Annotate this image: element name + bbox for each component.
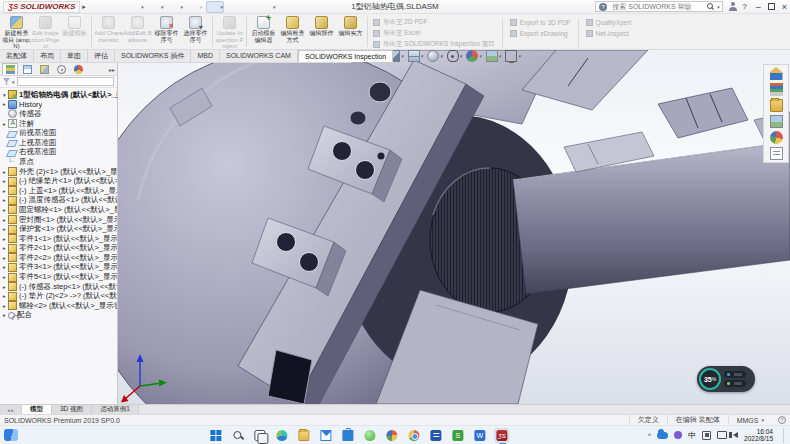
tree-item[interactable]: ▸ 配合 (1, 311, 117, 321)
file-explorer-icon[interactable] (770, 99, 783, 112)
expand-arrow-icon[interactable]: ▸ (1, 245, 8, 251)
expand-arrow-icon[interactable]: ▸ (1, 264, 8, 270)
expand-arrow-icon[interactable]: ▸ (1, 169, 8, 175)
command-tab[interactable]: 草图 (61, 50, 88, 62)
tree-item[interactable]: ▸ (-) 垫片 (2)<2> ->? (默认<<默认>_显 (1, 291, 117, 301)
filter-caret-icon[interactable]: ▾ (12, 79, 15, 85)
expand-arrow-icon[interactable]: ▸ (1, 255, 8, 261)
solidworks-logo[interactable]: ƷS SOLIDWORKS (3, 1, 80, 13)
export-button[interactable]: 导出至 SOLIDWORKS Inspection 项目 (373, 39, 495, 49)
search-input[interactable] (610, 2, 703, 11)
tree-item[interactable]: 前视基准面 (1, 128, 117, 138)
expand-arrow-icon[interactable]: ▸ (1, 284, 8, 290)
dropdown-caret-icon[interactable]: ▾ (421, 53, 424, 59)
expand-arrow-icon[interactable]: ▸ (1, 303, 8, 309)
search-icon[interactable] (230, 428, 245, 443)
select-icon[interactable]: ▾ (206, 1, 225, 13)
expand-arrow-icon[interactable]: ▸ (1, 188, 8, 194)
tab-feature-tree[interactable] (2, 63, 18, 75)
tab-scroll-icon[interactable]: ▸▸ (109, 66, 117, 73)
taskbar-clock[interactable]: 16:04 2022/8/15 (744, 428, 773, 443)
expand-arrow-icon[interactable]: ▸ (1, 274, 8, 280)
save-icon[interactable]: ▾ (147, 1, 164, 13)
command-tab[interactable]: SOLIDWORKS 插件 (115, 50, 191, 62)
tree-item[interactable]: ▸ 零件1<1> (默认<<默认>_显示状态 (1, 234, 117, 244)
tree-item[interactable]: ▸ 零件2<1> (默认<<默认>_显示状态 (1, 244, 117, 254)
help-search-box[interactable]: ? ▾ (595, 1, 723, 12)
wps-writer-icon[interactable] (472, 428, 487, 443)
appearances-icon[interactable] (770, 131, 783, 144)
tab-scroll-buttons[interactable]: ◂ ▸ (0, 405, 22, 414)
tab-display-manager[interactable] (70, 63, 86, 75)
command-tab[interactable]: SOLIDWORKS Inspection (298, 50, 393, 62)
tree-item[interactable]: ▸ 外壳 (2)<1> (默认<<默认>_显示状态 (1, 167, 117, 177)
tree-item[interactable]: ▸ (-) 温度传感器<1> (默认<<默认>_显示 (1, 196, 117, 206)
view-palette-icon[interactable] (770, 115, 783, 128)
expand-arrow-icon[interactable]: ▸ (1, 121, 8, 127)
expand-arrow-icon[interactable]: ▸ (1, 197, 8, 203)
task-view-icon[interactable] (252, 428, 267, 443)
rebuild-icon[interactable] (227, 1, 240, 13)
design-library-icon[interactable] (770, 83, 783, 96)
block-hole[interactable] (277, 233, 296, 252)
help-icon[interactable]: ? (742, 2, 746, 11)
tree-item[interactable]: 原点 (1, 157, 117, 167)
search-caret-icon[interactable]: ▾ (717, 4, 720, 10)
ribbon-button[interactable]: 启动模板编辑器 (249, 15, 278, 49)
hide-show-icon[interactable]: ▾ (447, 50, 463, 62)
export-button[interactable]: Net-Inspect (586, 28, 632, 38)
expand-arrow-icon[interactable]: ▸ (1, 101, 8, 107)
dropdown-caret-icon[interactable]: ▾ (180, 4, 183, 10)
tab-configurations[interactable] (36, 63, 52, 75)
3d-model[interactable] (118, 50, 790, 404)
tree-item[interactable]: ▸ (-) 绝缘垫片<1> (默认<<默认>_显示状 (1, 176, 117, 186)
display-style-icon[interactable]: ▾ (427, 50, 443, 62)
tree-item[interactable]: ▸ 零件2<2> (默认<<默认>_显示状态 (1, 253, 117, 263)
tree-item[interactable]: ▸ History (1, 100, 117, 110)
dropdown-caret-icon[interactable]: ▾ (518, 53, 521, 59)
widgets-icon[interactable] (4, 429, 18, 441)
expand-arrow-icon[interactable]: ▸ (1, 293, 8, 299)
ribbon-button[interactable]: Add Characteristic (94, 15, 123, 49)
tree-item[interactable]: ▸ 固定螺栓<1> (默认<<默认>_显示状态 (1, 205, 117, 215)
block-hole[interactable] (300, 253, 319, 272)
expand-arrow-icon[interactable]: ▾ (1, 92, 8, 98)
file-properties-icon[interactable] (243, 1, 256, 13)
command-tab[interactable]: 评估 (88, 50, 115, 62)
dropdown-caret-icon[interactable]: ▾ (199, 4, 202, 10)
new-document-icon[interactable] (112, 1, 125, 13)
expand-arrow-icon[interactable]: ▸ (1, 178, 8, 184)
expand-arrow-icon[interactable]: ▸ (1, 236, 8, 242)
custom-properties-icon[interactable] (770, 147, 783, 160)
ribbon-button[interactable]: Add/Edit Balloons (123, 15, 152, 49)
ribbon-button[interactable]: 编辑操作 (307, 15, 336, 49)
explorer-icon[interactable] (296, 428, 311, 443)
open-icon[interactable]: ▾ (128, 1, 145, 13)
undo-icon[interactable]: ▾ (186, 1, 203, 13)
dropdown-caret-icon[interactable]: ▾ (272, 4, 275, 10)
view-settings-icon[interactable]: ▾ (505, 50, 521, 62)
unit-system[interactable]: MMGS▾ (728, 415, 772, 425)
ribbon-button[interactable]: 编辑检查方式 (278, 15, 307, 49)
dropdown-caret-icon[interactable]: ▾ (141, 4, 144, 10)
view-orientation-icon[interactable]: ▾ (408, 50, 424, 62)
network-display-icon[interactable] (717, 431, 727, 439)
dropdown-caret-icon[interactable]: ▾ (460, 53, 463, 59)
mail-icon[interactable] (318, 428, 333, 443)
ribbon-button[interactable]: 移除零件序号 (152, 15, 181, 49)
command-tab[interactable]: SOLIDWORKS CAM (220, 50, 298, 62)
document-tab[interactable]: 模型 (22, 405, 52, 414)
tree-item[interactable]: ▸ 螺栓<2> (默认<<默认>_显示状态 (1, 301, 117, 311)
ime-mode-icon[interactable] (702, 431, 711, 440)
expand-arrow-icon[interactable]: ▸ (1, 226, 8, 232)
app-wheel-icon[interactable] (384, 428, 399, 443)
home-icon[interactable] (96, 1, 109, 13)
block-hole[interactable] (356, 161, 375, 180)
bolt-hole[interactable] (369, 82, 391, 102)
tree-item[interactable]: 右视基准面 (1, 148, 117, 158)
widget-toggle[interactable] (724, 371, 746, 378)
quick-tips-icon[interactable]: ? (778, 416, 786, 424)
dropdown-caret-icon[interactable]: ▾ (479, 53, 482, 59)
tree-item[interactable]: ▸ 零件5<1> (默认<<默认>_显示状态 (1, 272, 117, 282)
ribbon-button[interactable]: 新建模板 (60, 15, 89, 49)
